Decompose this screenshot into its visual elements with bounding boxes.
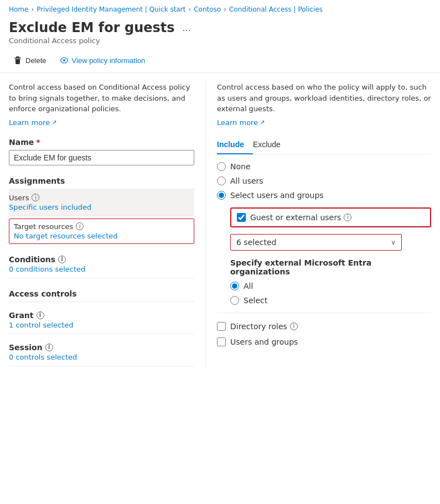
conditions-row[interactable]: Conditions i 0 conditions selected — [9, 246, 194, 278]
assignments-label: Assignments — [9, 176, 194, 185]
breadcrumb-sep-1: › — [31, 6, 34, 13]
radio-all-users-input[interactable] — [217, 176, 226, 185]
right-description: Control access based on who the policy w… — [217, 82, 431, 115]
radio-none-input[interactable] — [217, 162, 226, 171]
radio-all-users[interactable]: All users — [217, 176, 431, 185]
users-info-icon: i — [32, 194, 39, 201]
tab-exclude[interactable]: Exclude — [253, 136, 289, 154]
session-row[interactable]: Session i 0 controls selected — [9, 334, 194, 366]
name-input[interactable] — [9, 150, 194, 165]
guest-checkbox-input[interactable] — [237, 213, 246, 222]
tab-include[interactable]: Include — [217, 136, 253, 154]
access-controls-label: Access controls — [9, 289, 194, 298]
users-and-groups-checkbox[interactable] — [217, 337, 226, 346]
specify-radio-select-label: Select — [244, 296, 267, 305]
svg-rect-1 — [14, 58, 21, 59]
eye-icon — [60, 56, 69, 65]
target-resources-value: No target resources selected — [14, 232, 189, 240]
specify-title: Specify external Microsoft Entra organiz… — [230, 258, 431, 276]
right-panel-divider — [217, 313, 431, 313]
breadcrumb-home[interactable]: Home — [9, 6, 28, 13]
session-info-icon: i — [45, 344, 53, 351]
chevron-down-icon: ∨ — [391, 238, 396, 246]
selected-dropdown[interactable]: 6 selected ∨ — [230, 234, 402, 251]
radio-select-users[interactable]: Select users and groups — [217, 191, 431, 200]
target-resources-wrapper: Target resources i No target resources s… — [9, 219, 194, 244]
specify-radio-all-label: All — [244, 282, 253, 290]
conditions-info-icon: i — [58, 256, 66, 263]
external-link-icon-left: ↗ — [51, 119, 56, 126]
page-header: Exclude EM for guests ... Conditional Ac… — [0, 18, 440, 49]
main-content: Control access based on Conditional Acce… — [0, 73, 440, 366]
left-description: Control access based on Conditional Acce… — [9, 82, 194, 115]
name-label: Name — [9, 138, 34, 147]
left-learn-more[interactable]: Learn more ↗ — [9, 118, 56, 127]
users-and-groups-label: Users and groups — [230, 337, 298, 346]
users-label: Users — [9, 194, 29, 202]
directory-roles-info-icon: i — [290, 323, 298, 330]
directory-roles-row: Directory roles i — [217, 319, 431, 334]
guest-checkbox-row: Guest or external users i — [230, 207, 431, 227]
grant-label: Grant — [9, 311, 34, 320]
access-controls-section: Access controls Grant i 1 control select… — [9, 289, 194, 366]
breadcrumb-pim[interactable]: Privileged Identity Management | Quick s… — [37, 6, 185, 13]
breadcrumb: Home › Privileged Identity Management | … — [0, 0, 440, 18]
directory-roles-checkbox[interactable] — [217, 322, 226, 331]
toolbar: Delete View policy information — [0, 49, 440, 73]
view-policy-button[interactable]: View policy information — [55, 54, 150, 67]
users-radio-group: None All users Select users and groups — [217, 162, 431, 200]
users-assignment-row[interactable]: Users i Specific users included — [9, 189, 194, 216]
grant-info-icon: i — [37, 311, 44, 319]
delete-button[interactable]: Delete — [9, 54, 51, 67]
conditions-label: Conditions — [9, 255, 55, 264]
breadcrumb-sep-2: › — [188, 6, 191, 13]
directory-roles-label: Directory roles i — [230, 322, 298, 331]
svg-point-2 — [63, 59, 65, 61]
right-panel: Control access based on who the policy w… — [205, 82, 431, 366]
guest-checkbox-label: Guest or external users i — [250, 213, 351, 222]
grant-row[interactable]: Grant i 1 control selected — [9, 302, 194, 334]
page-subtitle: Conditional Access policy — [9, 37, 431, 45]
radio-none[interactable]: None — [217, 162, 431, 171]
users-value: Specific users included — [9, 203, 194, 211]
specify-radio-select[interactable]: Select — [230, 296, 431, 305]
radio-all-users-label: All users — [230, 176, 263, 185]
required-indicator: * — [36, 138, 40, 147]
specify-radio-all[interactable]: All — [230, 282, 431, 290]
grant-value: 1 control selected — [9, 321, 194, 329]
page-title: Exclude EM for guests — [9, 20, 175, 35]
left-panel: Control access based on Conditional Acce… — [9, 82, 205, 366]
specify-radio-select-input[interactable] — [230, 296, 239, 305]
tabs-row: Include Exclude — [217, 136, 431, 154]
right-learn-more[interactable]: Learn more ↗ — [217, 118, 265, 127]
radio-select-users-label: Select users and groups — [230, 191, 324, 200]
guest-info-icon: i — [344, 214, 351, 221]
session-value: 0 controls selected — [9, 353, 194, 361]
target-resources-label: Target resources — [14, 222, 73, 231]
target-resources-info-icon: i — [76, 222, 84, 230]
external-link-icon-right: ↗ — [260, 119, 265, 126]
dropdown-value: 6 selected — [236, 238, 276, 247]
assignments-section: Assignments Users i Specific users inclu… — [9, 176, 194, 278]
specify-radio-group: All Select — [230, 282, 431, 305]
name-section: Name * — [9, 138, 194, 165]
users-and-groups-row: Users and groups — [217, 334, 431, 350]
guest-checkbox-section: Guest or external users i 6 selected ∨ — [230, 207, 431, 251]
specify-section: Specify external Microsoft Entra organiz… — [230, 258, 431, 305]
breadcrumb-policies[interactable]: Conditional Access | Policies — [229, 6, 323, 13]
radio-none-label: None — [230, 162, 251, 171]
radio-select-users-input[interactable] — [217, 191, 226, 200]
more-button[interactable]: ... — [179, 21, 194, 35]
specify-radio-all-input[interactable] — [230, 282, 239, 290]
breadcrumb-contoso[interactable]: Contoso — [194, 6, 221, 13]
conditions-value: 0 conditions selected — [9, 265, 194, 273]
target-resources-assignment-row[interactable]: Target resources i No target resources s… — [9, 219, 194, 244]
trash-icon — [13, 56, 22, 65]
session-label: Session — [9, 343, 43, 352]
svg-rect-0 — [16, 56, 19, 58]
breadcrumb-sep-3: › — [224, 6, 226, 13]
